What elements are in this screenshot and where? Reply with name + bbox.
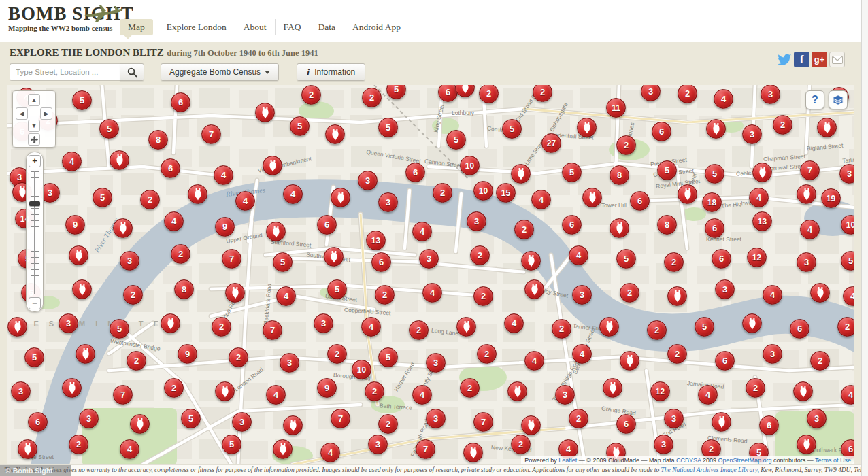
map-canvas[interactable]: River ThamesRiver ThamesW E S T M I N S … bbox=[7, 85, 854, 464]
bomb-cluster-marker[interactable]: 3 bbox=[358, 171, 378, 190]
bomb-cluster-marker[interactable]: 4 bbox=[361, 317, 381, 337]
footer-link[interactable]: The National Archives Image Library bbox=[661, 466, 758, 473]
nav-item-data[interactable]: Data bbox=[310, 19, 344, 35]
bomb-cluster-marker[interactable]: 6 bbox=[405, 163, 425, 182]
bomb-cluster-marker[interactable]: 8 bbox=[610, 165, 629, 185]
bomb-cluster-marker[interactable]: 2 bbox=[127, 351, 146, 371]
bomb-cluster-marker[interactable]: 6 bbox=[712, 249, 731, 269]
bomb-cluster-marker[interactable]: 2 bbox=[667, 344, 687, 364]
bomb-cluster-marker[interactable]: 2 bbox=[837, 317, 854, 337]
aggregate-bomb-census-dropdown[interactable]: Aggregate Bomb Census bbox=[161, 63, 279, 81]
pan-down-button[interactable]: ▼ bbox=[28, 120, 40, 132]
bomb-cluster-marker[interactable]: 6 bbox=[759, 415, 779, 435]
search-button[interactable] bbox=[120, 63, 144, 81]
bomb-cluster-marker[interactable]: 4 bbox=[569, 245, 588, 265]
bomb-cluster-marker[interactable]: 5 bbox=[290, 116, 310, 136]
bomb-cluster-marker[interactable]: 4 bbox=[320, 443, 340, 462]
bomb-cluster-marker[interactable]: 12 bbox=[650, 381, 670, 401]
bomb-cluster-marker[interactable]: 3 bbox=[11, 381, 31, 401]
bomb-marker[interactable] bbox=[577, 118, 597, 137]
bomb-cluster-marker[interactable]: 5 bbox=[446, 130, 466, 150]
bomb-marker[interactable] bbox=[793, 381, 813, 401]
bomb-cluster-marker[interactable]: 5 bbox=[502, 119, 522, 139]
bomb-cluster-marker[interactable]: 4 bbox=[62, 152, 82, 171]
bomb-cluster-marker[interactable]: 5 bbox=[695, 317, 714, 337]
bomb-cluster-marker[interactable]: 2 bbox=[433, 183, 452, 203]
bomb-cluster-marker[interactable]: 4 bbox=[412, 222, 432, 241]
zoom-out-button[interactable]: − bbox=[29, 297, 41, 309]
bomb-cluster-marker[interactable]: 3 bbox=[120, 251, 139, 271]
bomb-marker[interactable] bbox=[325, 124, 345, 144]
bomb-marker[interactable] bbox=[521, 415, 541, 435]
bomb-cluster-marker[interactable]: 3 bbox=[232, 412, 252, 432]
bomb-cluster-marker[interactable]: 27 bbox=[541, 133, 561, 153]
bomb-marker[interactable] bbox=[225, 283, 245, 303]
bomb-cluster-marker[interactable]: 5 bbox=[657, 160, 677, 180]
bomb-cluster-marker[interactable]: 6 bbox=[715, 351, 735, 371]
bomb-cluster-marker[interactable]: 6 bbox=[28, 412, 48, 432]
bomb-cluster-marker[interactable]: 3 bbox=[763, 344, 782, 364]
bomb-cluster-marker[interactable]: 7 bbox=[201, 124, 221, 144]
bomb-cluster-marker[interactable]: 12 bbox=[747, 248, 767, 267]
nav-item-map[interactable]: Map bbox=[120, 19, 153, 35]
bomb-cluster-marker[interactable]: 7 bbox=[222, 249, 241, 269]
bomb-cluster-marker[interactable]: 3 bbox=[426, 353, 446, 373]
bomb-cluster-marker[interactable]: 3 bbox=[555, 385, 575, 405]
bomb-cluster-marker[interactable]: 3 bbox=[654, 435, 673, 454]
bomb-cluster-marker[interactable]: 4 bbox=[504, 313, 524, 333]
bomb-cluster-marker[interactable]: 4 bbox=[763, 285, 782, 305]
twitter-icon[interactable] bbox=[776, 52, 792, 67]
bomb-cluster-marker[interactable]: 8 bbox=[174, 279, 194, 299]
bomb-cluster-marker[interactable]: 2 bbox=[327, 344, 347, 364]
bomb-cluster-marker[interactable]: 3 bbox=[807, 409, 827, 428]
attribution-link[interactable]: Leaflet bbox=[558, 457, 577, 464]
bomb-cluster-marker[interactable]: 2 bbox=[409, 320, 429, 340]
pan-right-button[interactable]: ▶ bbox=[40, 107, 52, 120]
bomb-cluster-marker[interactable]: 19 bbox=[821, 188, 841, 208]
bomb-marker[interactable] bbox=[511, 164, 531, 184]
pan-up-button[interactable]: ▲ bbox=[28, 94, 40, 106]
bomb-cluster-marker[interactable]: 5 bbox=[273, 252, 293, 272]
nav-item-explore-london[interactable]: Explore London bbox=[158, 19, 235, 35]
zoom-track[interactable] bbox=[34, 171, 35, 294]
bomb-marker[interactable] bbox=[706, 119, 726, 139]
bomb-cluster-marker[interactable]: 10 bbox=[473, 181, 493, 201]
search-input[interactable] bbox=[10, 63, 120, 81]
bomb-cluster-marker[interactable]: 7 bbox=[473, 412, 493, 432]
bomb-cluster-marker[interactable]: 13 bbox=[752, 211, 772, 231]
bomb-cluster-marker[interactable]: 6 bbox=[616, 414, 636, 434]
bomb-marker[interactable] bbox=[215, 381, 235, 401]
bomb-marker[interactable] bbox=[62, 378, 82, 398]
bomb-cluster-marker[interactable]: 2 bbox=[375, 285, 395, 305]
bomb-cluster-marker[interactable]: 3 bbox=[761, 85, 780, 104]
pan-left-button[interactable]: ◀ bbox=[16, 107, 28, 120]
bomb-cluster-marker[interactable]: 9 bbox=[317, 378, 337, 398]
bomb-cluster-marker[interactable]: 9 bbox=[65, 215, 85, 235]
help-button[interactable]: ? bbox=[805, 90, 824, 109]
bomb-cluster-marker[interactable]: 4 bbox=[120, 439, 139, 459]
bomb-marker[interactable] bbox=[69, 245, 88, 265]
bomb-marker[interactable] bbox=[113, 218, 133, 238]
bomb-cluster-marker[interactable]: 4 bbox=[531, 190, 551, 209]
facebook-icon[interactable]: f bbox=[794, 52, 809, 67]
bomb-marker[interactable] bbox=[273, 439, 293, 459]
bomb-marker[interactable] bbox=[456, 317, 476, 337]
bomb-cluster-marker[interactable]: 6 bbox=[562, 215, 582, 235]
bomb-cluster-marker[interactable]: 2 bbox=[171, 244, 190, 264]
bomb-cluster-marker[interactable]: 3 bbox=[419, 249, 439, 269]
bomb-cluster-marker[interactable]: 5 bbox=[24, 347, 44, 367]
bomb-cluster-marker[interactable]: 3 bbox=[280, 353, 299, 373]
bomb-marker[interactable] bbox=[712, 412, 731, 432]
bomb-cluster-marker[interactable]: 8 bbox=[657, 215, 677, 235]
bomb-cluster-marker[interactable]: 9 bbox=[215, 217, 235, 237]
bomb-marker[interactable] bbox=[188, 184, 207, 204]
bomb-cluster-marker[interactable]: 2 bbox=[511, 435, 531, 454]
bomb-cluster-marker[interactable]: 10 bbox=[352, 360, 371, 379]
bomb-cluster-marker[interactable]: 2 bbox=[69, 435, 88, 454]
bomb-cluster-marker[interactable]: 5 bbox=[93, 188, 112, 207]
bomb-cluster-marker[interactable]: 2 bbox=[773, 115, 792, 135]
bomb-marker[interactable] bbox=[110, 150, 129, 170]
bomb-marker[interactable] bbox=[810, 283, 830, 303]
bomb-cluster-marker[interactable]: 3 bbox=[572, 285, 592, 305]
attribution-link[interactable]: OpenStreetMap.org bbox=[718, 457, 772, 464]
